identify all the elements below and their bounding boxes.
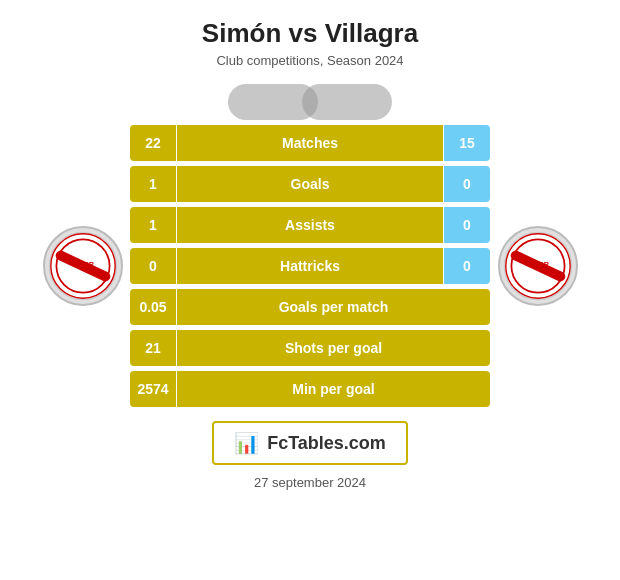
date-label: 27 september 2024 — [254, 475, 366, 490]
stat-right-goals: 0 — [444, 166, 490, 202]
stat-label-shots-per-goal: Shots per goal — [177, 330, 490, 366]
stat-right-assists: 0 — [444, 207, 490, 243]
stat-row-hattricks: 0 Hattricks 0 — [130, 248, 490, 284]
stat-row-goals: 1 Goals 0 — [130, 166, 490, 202]
stat-left-matches: 22 — [130, 125, 176, 161]
stat-left-shots-per-goal: 21 — [130, 330, 176, 366]
stat-label-goals: Goals — [177, 166, 443, 202]
stat-label-hattricks: Hattricks — [177, 248, 443, 284]
stat-right-matches: 15 — [444, 125, 490, 161]
stat-label-assists: Assists — [177, 207, 443, 243]
stat-left-min-per-goal: 2574 — [130, 371, 176, 407]
left-team-logo: CARP — [35, 226, 130, 306]
stat-label-goals-per-match: Goals per match — [177, 289, 490, 325]
stat-row-shots-per-goal: 21 Shots per goal — [130, 330, 490, 366]
fctables-banner: 📊 FcTables.com — [212, 421, 408, 465]
subtitle: Club competitions, Season 2024 — [216, 53, 403, 68]
page-title: Simón vs Villagra — [202, 18, 418, 49]
stat-row-min-per-goal: 2574 Min per goal — [130, 371, 490, 407]
fctables-text: FcTables.com — [267, 433, 386, 454]
stat-left-goals: 1 — [130, 166, 176, 202]
fctables-icon: 📊 — [234, 431, 259, 455]
svg-text:CARP: CARP — [527, 260, 549, 269]
right-blob — [302, 84, 392, 120]
stat-left-goals-per-match: 0.05 — [130, 289, 176, 325]
stat-row-matches: 22 Matches 15 — [130, 125, 490, 161]
stat-right-hattricks: 0 — [444, 248, 490, 284]
stat-left-hattricks: 0 — [130, 248, 176, 284]
stat-label-matches: Matches — [177, 125, 443, 161]
stat-row-assists: 1 Assists 0 — [130, 207, 490, 243]
stats-container: 22 Matches 15 1 Goals 0 1 Assists 0 0 — [130, 125, 490, 407]
stat-row-goals-per-match: 0.05 Goals per match — [130, 289, 490, 325]
stat-left-assists: 1 — [130, 207, 176, 243]
stat-label-min-per-goal: Min per goal — [177, 371, 490, 407]
right-team-logo: CARP — [490, 226, 585, 306]
svg-text:CARP: CARP — [72, 260, 94, 269]
